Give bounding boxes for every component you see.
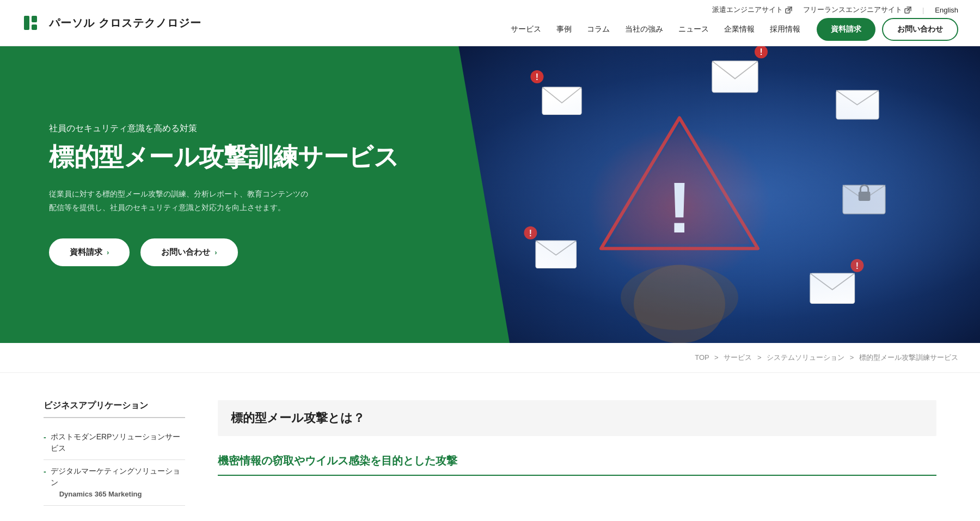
logo[interactable]: パーソル クロステクノロジー [22, 13, 201, 33]
nav-recruit[interactable]: 採用情報 [770, 24, 800, 34]
header-contact-button[interactable]: お問い合わせ [882, 18, 958, 41]
nav-news[interactable]: ニュース [678, 24, 709, 34]
main-nav: サービス 事例 コラム 当社の強み ニュース 企業情報 採用情報 [511, 24, 800, 34]
site-header: パーソル クロステクノロジー 派遣エンジニアサイト フリーランスエンジニアサイト… [0, 0, 980, 46]
hero-green-panel: 社員のセキュリティ意識を高める対策 標的型メール攻撃訓練サービス 従業員に対する… [0, 46, 510, 343]
svg-rect-11 [542, 87, 581, 114]
hero-section: 社員のセキュリティ意識を高める対策 標的型メール攻撃訓練サービス 従業員に対する… [0, 46, 980, 343]
hero-title: 標的型メール攻撃訓練サービス [49, 142, 477, 172]
svg-point-12 [530, 70, 543, 83]
chevron-right-icon: › [107, 248, 109, 256]
svg-marker-8 [601, 118, 758, 249]
sidebar-bullet-1: - [44, 432, 46, 443]
freelance-link[interactable]: フリーランスエンジニアサイト [803, 5, 911, 15]
article: 標的型メール攻撃とは？ 機密情報の窃取やウイルス感染を目的とした攻撃 [218, 400, 936, 506]
header-top-links: 派遣エンジニアサイト フリーランスエンジニアサイト | English [712, 5, 958, 15]
svg-rect-18 [843, 185, 885, 214]
article-green-heading: 機密情報の窃取やウイルス感染を目的とした攻撃 [218, 453, 936, 468]
nav-column[interactable]: コラム [587, 24, 610, 34]
svg-point-24 [850, 259, 863, 272]
article-section-title: 標的型メール攻撃とは？ [231, 410, 923, 426]
hero-buttons: 資料請求 › お問い合わせ › [49, 238, 477, 266]
header-download-button[interactable]: 資料請求 [817, 18, 875, 41]
breadcrumb-sep-2: > [757, 353, 763, 361]
svg-text:!: ! [529, 229, 532, 238]
breadcrumb-current: 標的型メール攻撃訓練サービス [859, 353, 958, 361]
breadcrumb-sep-3: > [850, 353, 856, 361]
svg-rect-1 [24, 16, 29, 30]
sidebar-item-marketing[interactable]: - デジタルマーケティングソリューション Dynamics 365 Market… [44, 460, 185, 506]
nav-separator: | [922, 6, 924, 14]
article-section-box: 標的型メール攻撃とは？ [218, 400, 936, 436]
svg-marker-9 [609, 125, 750, 244]
svg-point-7 [588, 128, 771, 285]
header-cta: 資料請求 お問い合わせ [817, 18, 958, 41]
article-divider [218, 475, 936, 476]
header-nav-cta: サービス 事例 コラム 当社の強み ニュース 企業情報 採用情報 資料請求 お問… [511, 18, 958, 41]
hero-contact-button[interactable]: お問い合わせ › [140, 238, 237, 266]
svg-rect-2 [32, 16, 37, 22]
breadcrumb-system[interactable]: システムソリューション [767, 353, 844, 361]
svg-rect-19 [859, 192, 871, 201]
external-link-icon-2 [904, 7, 911, 14]
sidebar-item-erp[interactable]: - ポストモダンERPソリューションサービス [44, 426, 185, 460]
svg-point-15 [755, 46, 768, 58]
svg-rect-17 [836, 90, 879, 119]
nav-service[interactable]: サービス [511, 24, 541, 34]
logo-icon [22, 13, 42, 33]
nav-strength[interactable]: 当社の強み [625, 24, 663, 34]
nav-company[interactable]: 企業情報 [724, 24, 755, 34]
sidebar: ビジネスアプリケーション - ポストモダンERPソリューションサービス - デジ… [44, 400, 185, 506]
chevron-right-icon-2: › [215, 248, 217, 256]
header-right: 派遣エンジニアサイト フリーランスエンジニアサイト | English サービス… [511, 5, 958, 41]
svg-point-27 [634, 265, 725, 344]
sidebar-item-erp-label: ポストモダンERPソリューションサービス [51, 431, 185, 454]
svg-rect-3 [32, 24, 37, 30]
sidebar-title: ビジネスアプリケーション [44, 400, 185, 418]
breadcrumb-sep-1: > [714, 353, 720, 361]
svg-point-26 [621, 265, 738, 330]
hero-subtitle: 社員のセキュリティ意識を高める対策 [49, 123, 477, 134]
hero-download-button[interactable]: 資料請求 › [49, 238, 130, 266]
sidebar-item-marketing-label: デジタルマーケティングソリューション Dynamics 365 Marketin… [51, 465, 185, 500]
svg-rect-14 [712, 61, 758, 93]
lang-switch[interactable]: English [935, 6, 958, 14]
svg-text:!: ! [856, 261, 859, 271]
main-content: ビジネスアプリケーション - ポストモダンERPソリューションサービス - デジ… [0, 373, 980, 521]
logo-text: パーソル クロステクノロジー [49, 16, 201, 30]
hero-description: 従業員に対する標的型メール攻撃の訓練、分析レポート、教育コンテンツの配信等を提供… [49, 187, 310, 214]
haken-link[interactable]: 派遣エンジニアサイト [712, 5, 792, 15]
breadcrumb: TOP > サービス > システムソリューション > 標的型メール攻撃訓練サービ… [0, 343, 980, 373]
svg-rect-23 [810, 273, 855, 303]
external-link-icon [785, 7, 792, 14]
nav-case[interactable]: 事例 [556, 24, 572, 34]
svg-text:!: ! [759, 47, 762, 57]
sidebar-bullet-2: - [44, 466, 46, 477]
breadcrumb-top[interactable]: TOP [695, 353, 709, 361]
svg-rect-20 [536, 241, 576, 268]
breadcrumb-service[interactable]: サービス [724, 353, 752, 361]
svg-text:!: ! [667, 168, 691, 248]
svg-text:!: ! [536, 72, 538, 82]
svg-point-21 [524, 226, 537, 240]
